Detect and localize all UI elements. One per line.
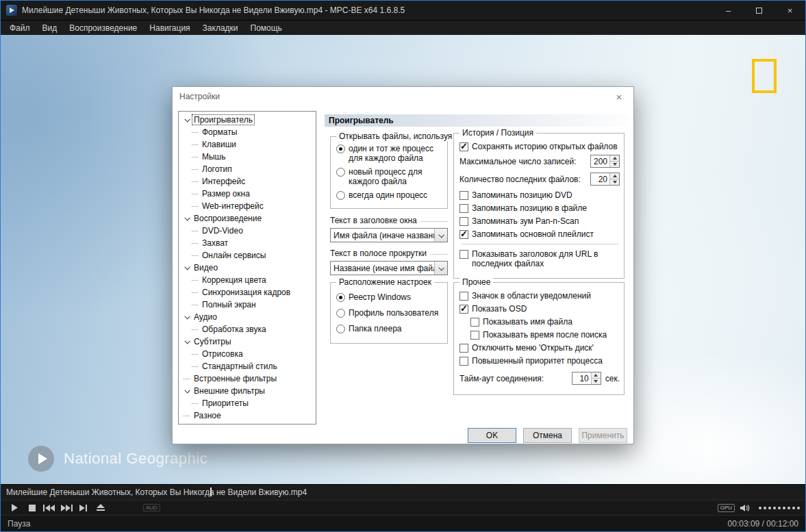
tree-item-audio[interactable]: Аудио xyxy=(179,311,316,323)
checkbox-icon[interactable] xyxy=(459,250,468,259)
tree-item-web-interface[interactable]: Web-интерфейс xyxy=(179,200,316,212)
minimize-button[interactable]: – xyxy=(713,1,744,20)
menu-file[interactable]: Файл xyxy=(3,21,36,35)
tree-item-color-correction[interactable]: Коррекция цвета xyxy=(179,274,316,286)
checkbox-icon[interactable] xyxy=(459,204,468,213)
chevron-down-icon[interactable] xyxy=(182,216,192,220)
tree-item-subtitles[interactable]: Субтитры xyxy=(179,335,316,348)
seekbar[interactable]: Милейшие Детеныши Животных, Которых Вы Н… xyxy=(1,484,805,500)
checkbox-icon[interactable] xyxy=(459,230,468,239)
menu-help[interactable]: Помощь xyxy=(244,21,288,35)
spinner-value[interactable]: 20 xyxy=(591,173,609,185)
chevron-down-icon[interactable] xyxy=(182,118,192,122)
checkbox-show-filename[interactable]: Показывать имя файла xyxy=(470,317,620,327)
maximize-button[interactable] xyxy=(744,1,774,20)
checkbox-icon[interactable] xyxy=(470,331,479,340)
checkbox-remember-file-position[interactable]: Запоминать позицию в файле xyxy=(459,203,620,213)
checkbox-show-osd[interactable]: Показать OSD xyxy=(459,304,620,314)
chevron-down-icon[interactable] xyxy=(434,262,447,275)
tree-item-rendering[interactable]: Отрисовка xyxy=(179,348,316,360)
radio-icon[interactable] xyxy=(336,309,345,318)
tree-item-standard-style[interactable]: Стандартный стиль xyxy=(179,360,316,372)
tree-item-formats[interactable]: Форматы xyxy=(179,126,316,138)
menu-navigation[interactable]: Навигация xyxy=(143,21,196,35)
timeout-spinner[interactable]: 10 xyxy=(572,372,601,385)
chevron-down-icon[interactable] xyxy=(182,389,192,393)
checkbox-icon[interactable] xyxy=(470,318,479,327)
tree-item-internal-filters[interactable]: Встроенные фильтры xyxy=(179,372,316,385)
checkbox-show-url-title[interactable]: Показывать заголовок для URL в последних… xyxy=(459,249,620,268)
radio-player-folder[interactable]: Папка плеера xyxy=(336,324,443,333)
checkbox-tray-icon[interactable]: Значок в области уведомлений xyxy=(459,291,620,301)
tree-item-window-size[interactable]: Размер окна xyxy=(179,188,316,200)
radio-icon[interactable] xyxy=(336,168,345,177)
spin-up-button[interactable] xyxy=(609,173,619,179)
radio-icon[interactable] xyxy=(336,191,345,200)
chevron-down-icon[interactable] xyxy=(434,229,447,242)
checkbox-icon[interactable] xyxy=(459,305,468,314)
seek-position-marker[interactable] xyxy=(210,487,212,496)
chevron-down-icon[interactable] xyxy=(182,340,192,344)
radio-icon[interactable] xyxy=(336,325,345,333)
audio-track-badge[interactable]: AUD xyxy=(143,504,160,511)
seekbar-text-combobox[interactable]: Название (иначе имя файла xyxy=(330,261,448,275)
chevron-down-icon[interactable] xyxy=(182,266,192,270)
tree-item-logo[interactable]: Логотип xyxy=(179,163,316,175)
radio-registry[interactable]: Реестр Windows xyxy=(336,292,443,302)
speaker-icon[interactable] xyxy=(740,504,751,512)
tree-item-online-services[interactable]: Онлайн сервисы xyxy=(179,249,316,262)
previous-button[interactable] xyxy=(40,501,58,515)
checkbox-icon[interactable] xyxy=(459,357,468,366)
spin-down-button[interactable] xyxy=(609,162,619,167)
checkbox-remember-zoom[interactable]: Запоминать зум Pan-n-Scan xyxy=(459,216,620,226)
tree-item-fullscreen[interactable]: Полный экран xyxy=(179,299,316,311)
checkbox-icon[interactable] xyxy=(459,217,468,226)
tree-item-dvd-video[interactable]: DVD-Video xyxy=(179,225,316,237)
close-button[interactable]: × xyxy=(774,1,805,20)
radio-new-process[interactable]: новый процесс для каждого файла xyxy=(336,167,443,186)
dialog-close-button[interactable]: × xyxy=(612,91,627,103)
checkbox-disable-open-disc[interactable]: Отключить меню 'Открыть диск' xyxy=(459,343,620,353)
checkbox-icon[interactable] xyxy=(459,292,468,301)
radio-single-process[interactable]: всегда один процесс xyxy=(336,190,443,200)
checkbox-icon[interactable] xyxy=(459,142,468,151)
max-records-spinner[interactable]: 200 xyxy=(590,155,620,168)
title-text-combobox[interactable]: Имя файла (иначе название xyxy=(330,228,448,242)
tree-item-audio-processing[interactable]: Обработка звука xyxy=(179,323,316,335)
checkbox-icon[interactable] xyxy=(459,191,468,200)
spin-down-button[interactable] xyxy=(609,179,619,185)
tree-item-frame-sync[interactable]: Синхронизация кадров xyxy=(179,286,316,299)
spin-up-button[interactable] xyxy=(609,155,619,162)
checkbox-high-priority[interactable]: Повышенный приоритет процесса xyxy=(459,356,620,366)
tree-item-interface[interactable]: Интерфейс xyxy=(179,175,316,188)
chevron-down-icon[interactable] xyxy=(182,315,192,319)
checkbox-icon[interactable] xyxy=(459,344,468,353)
tree-item-external-filters[interactable]: Внешние фильтры xyxy=(179,385,316,397)
checkbox-remember-playlist[interactable]: Запоминать основной плейлист xyxy=(459,229,620,239)
spin-down-button[interactable] xyxy=(591,379,601,384)
tree-item-capture[interactable]: Захват xyxy=(179,237,316,249)
radio-icon[interactable] xyxy=(336,144,345,153)
tree-item-playback[interactable]: Воспроизведение xyxy=(179,212,316,225)
spinner-value[interactable]: 200 xyxy=(591,155,609,167)
recent-files-spinner[interactable]: 20 xyxy=(590,173,620,186)
menu-view[interactable]: Вид xyxy=(36,21,64,35)
frame-step-button[interactable] xyxy=(75,501,92,515)
tree-item-misc[interactable]: Разное xyxy=(179,409,316,422)
cancel-button[interactable]: Отмена xyxy=(523,428,572,443)
checkbox-save-history[interactable]: Сохранять историю открытых файлов xyxy=(459,142,620,151)
menu-bookmarks[interactable]: Закладки xyxy=(197,21,244,35)
tree-item-keys[interactable]: Клавиши xyxy=(179,138,316,151)
stop-button[interactable] xyxy=(23,501,40,515)
radio-same-process[interactable]: один и тот же процесс для каждого файла xyxy=(336,144,443,163)
radio-user-profile[interactable]: Профиль пользователя xyxy=(336,308,443,318)
spinner-value[interactable]: 10 xyxy=(572,372,591,384)
volume-control[interactable] xyxy=(757,507,800,509)
tree-item-mouse[interactable]: Мышь xyxy=(179,151,316,163)
next-button[interactable] xyxy=(58,501,75,515)
radio-icon[interactable] xyxy=(336,293,345,302)
play-button[interactable] xyxy=(6,501,23,515)
spin-up-button[interactable] xyxy=(591,372,601,379)
tree-item-video[interactable]: Видео xyxy=(179,262,316,274)
checkbox-show-seek-time[interactable]: Показывать время после поиска xyxy=(470,330,620,340)
